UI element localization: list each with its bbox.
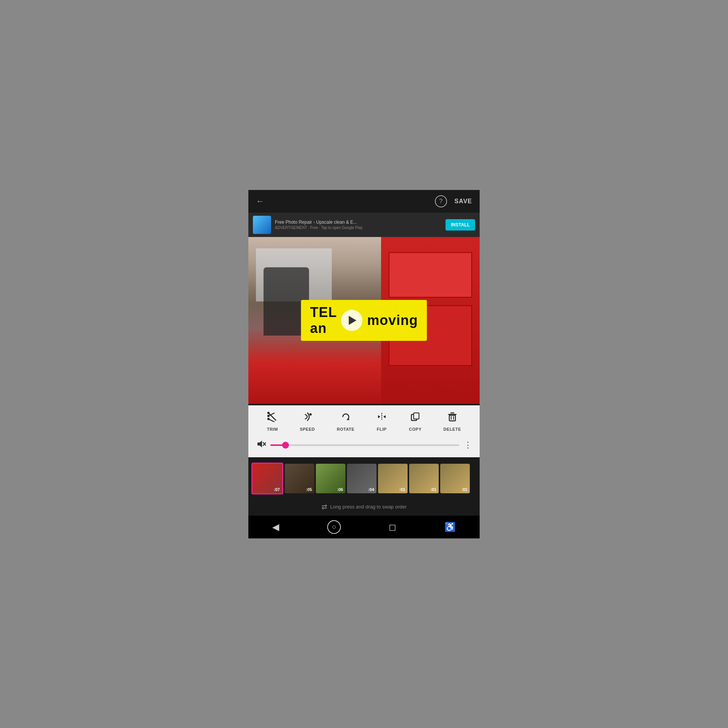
svg-rect-11 (449, 415, 455, 421)
swap-text: Long press and drag to swap order (330, 504, 407, 510)
back-button[interactable]: ← (256, 196, 264, 206)
mute-button[interactable] (256, 439, 266, 451)
thumbnail-6[interactable]: :01 (409, 464, 439, 493)
flip-icon (377, 411, 387, 425)
thumbnail-1[interactable]: :07 (251, 463, 283, 494)
thumbnail-3[interactable]: :06 (316, 464, 345, 493)
speed-icon (302, 411, 313, 425)
play-icon (349, 316, 356, 325)
overlay-text-part2: moving (367, 312, 418, 328)
svg-point-3 (267, 412, 270, 414)
thumbnail-5[interactable]: :01 (378, 464, 408, 493)
thumb-duration-6: :01 (430, 487, 436, 492)
volume-thumb[interactable] (282, 442, 289, 449)
ad-subtitle: ADVERTISEMENT · Free · Tap to open Googl… (275, 226, 442, 230)
nav-home-button[interactable]: ○ (327, 520, 341, 534)
top-bar: ← ? SAVE (248, 190, 480, 213)
help-button[interactable]: ? (435, 195, 447, 207)
copy-icon (410, 411, 420, 425)
thumb-duration-1: :07 (274, 487, 280, 492)
ad-install-button[interactable]: INSTALL (446, 219, 475, 231)
thumb-duration-3: :06 (337, 487, 343, 492)
nav-back-button[interactable]: ◀ (272, 522, 279, 532)
delete-icon (447, 411, 458, 425)
video-area: TEL an moving (248, 237, 480, 404)
rotate-label: ROTATE (337, 427, 355, 431)
play-button[interactable] (341, 310, 362, 331)
speed-label: SPEED (300, 427, 315, 431)
save-button[interactable]: SAVE (455, 198, 472, 205)
controls-panel: TRIM SPEED (248, 405, 480, 457)
trim-tool[interactable]: TRIM (267, 411, 278, 431)
swap-icon: ⇄ (322, 503, 327, 511)
bottom-nav: ◀ ○ ◻ ♿ (248, 516, 480, 538)
speed-tool[interactable]: SPEED (300, 411, 315, 431)
copy-label: COPY (409, 427, 422, 431)
ad-text-area: Free Photo Repair - Upscale clean & E...… (275, 220, 442, 230)
flip-label: FLIP (377, 427, 387, 431)
overlay-text-part1: TEL an (310, 304, 337, 336)
swap-hint-bar: ⇄ Long press and drag to swap order (248, 498, 480, 516)
svg-point-4 (267, 415, 270, 417)
svg-point-6 (309, 413, 312, 416)
svg-rect-10 (414, 413, 419, 419)
volume-slider[interactable] (270, 444, 459, 446)
svg-point-5 (267, 418, 270, 420)
delete-label: DELETE (444, 427, 461, 431)
thumbnail-2[interactable]: :05 (285, 464, 314, 493)
delete-tool[interactable]: DELETE (444, 411, 461, 431)
top-right-actions: ? SAVE (435, 195, 472, 207)
trim-label: TRIM (267, 427, 278, 431)
thumbnail-4[interactable]: :04 (347, 464, 377, 493)
svg-marker-16 (257, 441, 262, 447)
more-button[interactable]: ⋮ (464, 440, 472, 450)
ad-title: Free Photo Repair - Upscale clean & E... (275, 220, 442, 225)
thumb-duration-5: :01 (399, 487, 405, 492)
trim-icon (267, 411, 278, 425)
rotate-tool[interactable]: ROTATE (337, 411, 355, 431)
nav-recents-button[interactable]: ◻ (389, 522, 396, 532)
thumb-duration-7: :01 (461, 487, 468, 492)
video-text-overlay: TEL an moving (301, 300, 427, 341)
flip-tool[interactable]: FLIP (377, 411, 387, 431)
volume-row: ⋮ (256, 439, 472, 451)
edit-tools: TRIM SPEED (256, 411, 472, 431)
thumb-duration-4: :04 (368, 487, 374, 492)
thumbnail-strip: :07 :05 :06 :04 :01 :01 :01 (248, 459, 480, 498)
thumb-duration-2: :05 (306, 487, 312, 492)
rotate-icon (340, 411, 351, 425)
ad-thumbnail (253, 216, 271, 234)
ad-banner[interactable]: Free Photo Repair - Upscale clean & E...… (248, 213, 480, 237)
copy-tool[interactable]: COPY (409, 411, 422, 431)
nav-accessibility-button[interactable]: ♿ (444, 522, 456, 532)
phone-container: ← ? SAVE Free Photo Repair - Upscale cle… (248, 190, 480, 538)
thumbnail-7[interactable]: :01 (440, 464, 470, 493)
